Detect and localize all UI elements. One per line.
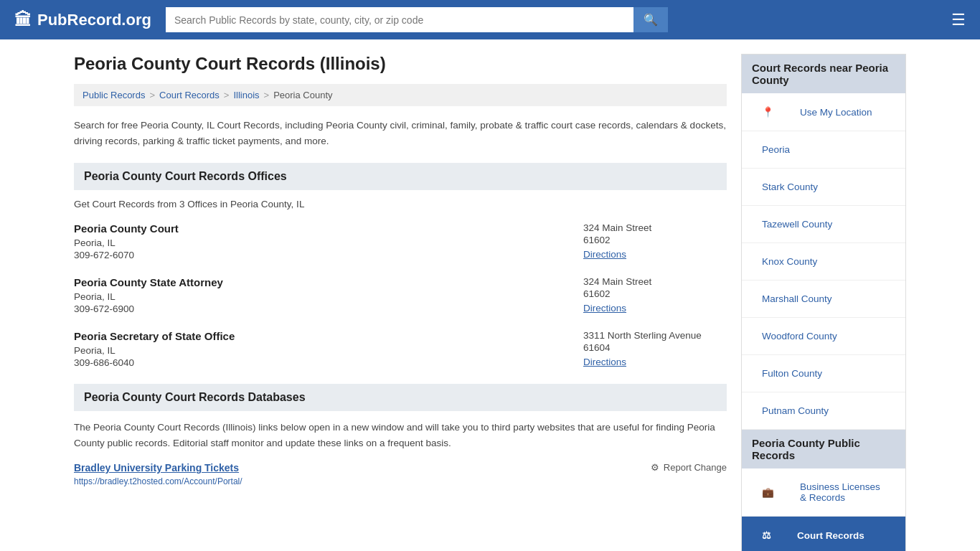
site-logo[interactable]: 🏛 PubRecord.org [14, 10, 151, 30]
breadcrumb: Public Records > Court Records > Illinoi… [74, 84, 727, 106]
site-header: 🏛 PubRecord.org 🔍 ☰ [0, 0, 980, 39]
office-city: Peoria, IL [74, 237, 583, 248]
sidebar: Court Records near Peoria County 📍 Use M… [741, 54, 906, 551]
office-name: Peoria County State Attorney [74, 276, 583, 288]
office-address: 324 Main Street [583, 276, 727, 287]
sidebar-item-business-licenses[interactable]: 💼 Business Licenses & Records [742, 468, 905, 517]
sidebar-item-stark-county[interactable]: Stark County [742, 169, 905, 206]
hamburger-button[interactable]: ☰ [951, 11, 966, 29]
office-zip: 61602 [583, 288, 727, 299]
office-right: 324 Main Street 61602 Directions [583, 276, 727, 314]
marshall-county-label: Marshall County [752, 287, 842, 311]
page-wrapper: Peoria County Court Records (Illinois) P… [60, 39, 920, 551]
breadcrumb-court-records[interactable]: Court Records [159, 90, 220, 100]
office-right: 324 Main Street 61602 Directions [583, 222, 727, 260]
breadcrumb-public-records[interactable]: Public Records [83, 90, 145, 100]
sidebar-item-use-location[interactable]: 📍 Use My Location [742, 93, 905, 131]
sidebar-item-putnam-county[interactable]: Putnam County [742, 392, 905, 430]
page-title: Peoria County Court Records (Illinois) [74, 54, 727, 74]
office-address: 324 Main Street [583, 222, 727, 233]
fulton-county-label: Fulton County [752, 362, 832, 385]
report-change-label: Report Change [664, 462, 727, 473]
public-records-list: 💼 Business Licenses & Records ⚖ Court Re… [742, 468, 905, 551]
main-content: Peoria County Court Records (Illinois) P… [74, 54, 727, 551]
directions-link[interactable]: Directions [583, 303, 626, 314]
databases-description: The Peoria County Court Records (Illinoi… [74, 420, 727, 451]
directions-link[interactable]: Directions [583, 249, 626, 260]
office-city: Peoria, IL [74, 345, 583, 356]
court-records-label: Court Records [787, 524, 875, 547]
office-entry: Peoria County Court Peoria, IL 309-672-6… [74, 222, 727, 260]
sidebar-item-woodford-county[interactable]: Woodford County [742, 318, 905, 355]
office-right: 3311 North Sterling Avenue 61604 Directi… [583, 330, 727, 368]
putnam-county-label: Putnam County [752, 399, 839, 423]
sidebar-item-court-records[interactable]: ⚖ Court Records [742, 517, 905, 551]
location-pin-icon: 📍 [752, 100, 784, 124]
office-phone: 309-686-6040 [74, 357, 583, 368]
sidebar-item-marshall-county[interactable]: Marshall County [742, 281, 905, 318]
briefcase-icon: 💼 [752, 480, 784, 504]
office-entry: Peoria Secretary of State Office Peoria,… [74, 330, 727, 368]
page-description: Search for free Peoria County, IL Court … [74, 118, 727, 149]
search-button[interactable]: 🔍 [633, 7, 668, 32]
report-change-button[interactable]: ⚙ Report Change [651, 462, 727, 473]
office-left: Peoria County Court Peoria, IL 309-672-6… [74, 222, 583, 260]
report-change-icon: ⚙ [651, 462, 659, 473]
tazewell-county-label: Tazewell County [752, 212, 842, 236]
office-zip: 61602 [583, 235, 727, 245]
nearby-header: Court Records near Peoria County [742, 55, 905, 93]
db-link[interactable]: Bradley University Parking Tickets [74, 462, 239, 474]
logo-icon: 🏛 [14, 10, 32, 30]
search-input[interactable] [166, 7, 633, 32]
nearby-list: 📍 Use My Location Peoria Stark County [742, 93, 905, 430]
sidebar-card: Court Records near Peoria County 📍 Use M… [741, 54, 906, 551]
office-phone: 309-672-6900 [74, 303, 583, 314]
office-address: 3311 North Sterling Avenue [583, 330, 727, 341]
office-entry: Peoria County State Attorney Peoria, IL … [74, 276, 727, 314]
directions-link[interactable]: Directions [583, 357, 626, 367]
office-name: Peoria Secretary of State Office [74, 330, 583, 342]
sidebar-item-tazewell-county[interactable]: Tazewell County [742, 206, 905, 243]
office-name: Peoria County Court [74, 222, 583, 235]
offices-section-header: Peoria County Court Records Offices [74, 163, 727, 190]
knox-county-label: Knox County [752, 250, 827, 273]
breadcrumb-peoria-county: Peoria County [273, 90, 332, 100]
search-bar: 🔍 [166, 7, 668, 32]
database-link-row: Bradley University Parking Tickets ⚙ Rep… [74, 462, 727, 474]
office-left: Peoria County State Attorney Peoria, IL … [74, 276, 583, 314]
databases-section-header: Peoria County Court Records Databases [74, 384, 727, 411]
office-city: Peoria, IL [74, 291, 583, 302]
office-count: Get Court Records from 3 Offices in Peor… [74, 199, 727, 209]
office-left: Peoria Secretary of State Office Peoria,… [74, 330, 583, 368]
breadcrumb-illinois[interactable]: Illinois [233, 90, 259, 100]
sidebar-item-peoria[interactable]: Peoria [742, 131, 905, 169]
office-phone: 309-672-6070 [74, 250, 583, 260]
sidebar-item-fulton-county[interactable]: Fulton County [742, 355, 905, 392]
use-location-label: Use My Location [790, 100, 882, 124]
peoria-label: Peoria [752, 138, 800, 161]
db-url: https://bradley.t2hosted.com/Account/Por… [74, 476, 727, 486]
office-zip: 61604 [583, 342, 727, 353]
sidebar-item-knox-county[interactable]: Knox County [742, 243, 905, 281]
business-licenses-label: Business Licenses & Records [790, 475, 895, 509]
public-records-header: Peoria County Public Records [742, 430, 905, 468]
scales-icon: ⚖ [752, 523, 781, 547]
stark-county-label: Stark County [752, 175, 828, 199]
woodford-county-label: Woodford County [752, 324, 847, 348]
logo-text: PubRecord.org [37, 11, 151, 29]
